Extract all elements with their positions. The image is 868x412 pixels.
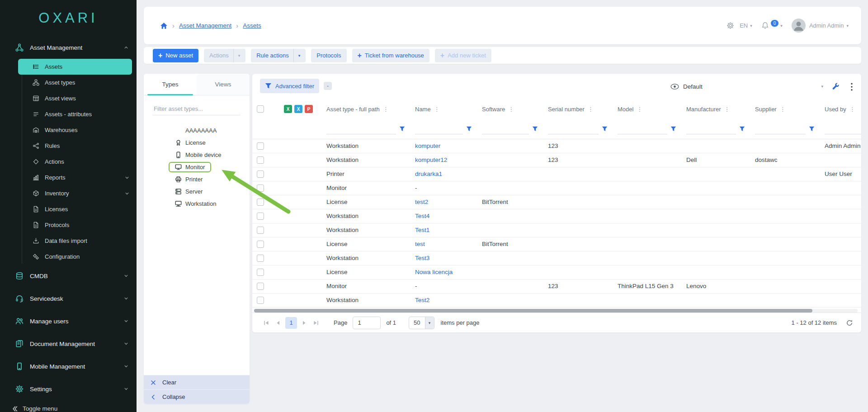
export-pdf-icon[interactable]: P xyxy=(305,105,313,113)
sidebar-item-protocols[interactable]: Protocols xyxy=(18,217,132,233)
asset-name-link[interactable]: Test4 xyxy=(415,213,429,219)
collapse-button[interactable]: Collapse xyxy=(144,389,250,404)
tree-item-printer[interactable]: Printer xyxy=(144,173,250,185)
tab-views[interactable]: Views xyxy=(197,74,250,95)
clear-button[interactable]: Clear xyxy=(144,375,250,389)
current-page-button[interactable]: 1 xyxy=(285,317,297,329)
asset-name-link[interactable]: Nowa licencja xyxy=(415,269,453,275)
settings-gear-icon[interactable] xyxy=(726,22,734,29)
column-menu-icon[interactable]: ⋮ xyxy=(637,106,642,113)
asset-name-link[interactable]: drukarka1 xyxy=(415,170,442,177)
sidebar-item-inventory[interactable]: Inventory xyxy=(18,185,132,201)
sidebar-item-settings[interactable]: Settings xyxy=(0,378,137,400)
page-size-select[interactable]: 50 ▾ xyxy=(409,317,434,329)
notifications-bell[interactable]: 0 ▾ xyxy=(761,22,783,29)
filter-asset-types-input[interactable] xyxy=(153,103,241,115)
sidebar-item-cmdb[interactable]: CMDB xyxy=(0,265,137,287)
filter-input-used-by[interactable] xyxy=(825,123,861,134)
row-checkbox[interactable] xyxy=(257,227,264,234)
column-menu-icon[interactable]: ⋮ xyxy=(588,106,594,113)
row-checkbox[interactable] xyxy=(257,142,264,150)
user-menu[interactable]: Admin Admin ▾ xyxy=(809,22,849,29)
sidebar-item-assets[interactable]: Assets xyxy=(18,59,132,75)
filter-input-software[interactable] xyxy=(482,123,529,134)
export-xlsx-icon[interactable]: X xyxy=(294,105,302,113)
tab-types[interactable]: Types xyxy=(144,74,197,95)
advanced-filter-button[interactable]: Advanced filter xyxy=(260,79,319,93)
row-checkbox[interactable] xyxy=(257,283,264,290)
tree-item-server[interactable]: Server xyxy=(144,185,250,198)
row-checkbox[interactable] xyxy=(257,185,264,192)
row-checkbox[interactable] xyxy=(257,255,264,262)
sidebar-item-manage-users[interactable]: Manage users xyxy=(0,310,137,332)
sidebar-item-asset-types[interactable]: Asset types xyxy=(18,75,132,90)
home-icon[interactable] xyxy=(160,22,168,29)
first-page-button[interactable] xyxy=(260,317,272,329)
sidebar-item-asset-management[interactable]: Asset Management xyxy=(0,36,137,59)
tree-item-monitor[interactable]: Monitor xyxy=(144,161,250,173)
view-selector[interactable]: Default ▾ xyxy=(670,80,823,93)
filter-funnel-icon[interactable] xyxy=(670,126,676,132)
row-checkbox[interactable] xyxy=(257,170,264,178)
asset-name-link[interactable]: Test1 xyxy=(415,227,429,233)
tree-item-aaaaaaaa[interactable]: AAAAAAAA xyxy=(144,124,250,137)
column-menu-icon[interactable]: ⋮ xyxy=(780,106,786,113)
sidebar-item-licenses[interactable]: Licenses xyxy=(18,201,132,217)
filter-input-asset-type-full-path[interactable] xyxy=(326,123,396,134)
sidebar-item-data-files-import[interactable]: Data files import xyxy=(18,233,132,249)
filter-funnel-icon[interactable] xyxy=(399,126,405,132)
row-checkbox[interactable] xyxy=(257,213,264,220)
row-checkbox[interactable] xyxy=(257,297,264,304)
filter-funnel-icon[interactable] xyxy=(602,126,608,132)
new-asset-button[interactable]: +New asset xyxy=(153,49,198,62)
page-number-input[interactable] xyxy=(353,317,381,329)
sidebar-item-assets-attributes[interactable]: Assets - attributes xyxy=(18,106,132,122)
filter-input-model[interactable] xyxy=(618,123,667,134)
refresh-icon[interactable] xyxy=(846,319,853,327)
breadcrumb-assets[interactable]: Assets xyxy=(243,22,261,29)
more-options-icon[interactable] xyxy=(847,82,856,91)
tree-item-mobile-device[interactable]: Mobile device xyxy=(144,149,250,161)
column-menu-icon[interactable]: ⋮ xyxy=(383,106,389,113)
filter-input-name[interactable] xyxy=(415,123,463,134)
asset-name-link[interactable]: Test3 xyxy=(415,255,429,261)
column-menu-icon[interactable]: ⋮ xyxy=(508,106,514,113)
asset-name-link[interactable]: test2 xyxy=(415,199,428,205)
breadcrumb-asset-management[interactable]: Asset Management xyxy=(179,22,231,29)
add-new-ticket-button[interactable]: +Add new ticket xyxy=(435,49,491,62)
language-selector[interactable]: EN ▾ xyxy=(740,22,752,29)
sidebar-item-warehouses[interactable]: Warehouses xyxy=(18,122,132,138)
asset-name-link[interactable]: test xyxy=(415,241,425,247)
asset-name-link[interactable]: komputer xyxy=(415,142,440,149)
avatar[interactable] xyxy=(792,19,806,33)
filter-funnel-icon[interactable] xyxy=(466,126,472,132)
filter-funnel-icon[interactable] xyxy=(739,126,745,132)
prev-page-button[interactable] xyxy=(272,317,284,329)
sidebar-item-configuration[interactable]: Configuration xyxy=(18,249,132,265)
export-excel-icon[interactable]: X xyxy=(284,105,292,113)
sidebar-item-mobile-management[interactable]: Mobile Management xyxy=(0,355,137,378)
sidebar-item-rules[interactable]: Rules xyxy=(18,138,132,154)
toggle-menu-button[interactable]: Toggle menu xyxy=(0,405,137,412)
row-checkbox[interactable] xyxy=(257,156,264,164)
row-checkbox[interactable] xyxy=(257,199,264,206)
sidebar-item-document-management[interactable]: Document Management xyxy=(0,332,137,355)
filter-funnel-icon[interactable] xyxy=(809,126,815,132)
filter-input-manufacturer[interactable] xyxy=(686,123,736,134)
asset-name-link[interactable]: Test2 xyxy=(415,297,429,303)
sidebar-item-reports[interactable]: Reports xyxy=(18,170,132,185)
actions-button[interactable]: Actions▾ xyxy=(204,49,245,62)
filter-input-serial-number[interactable] xyxy=(548,123,599,134)
tree-item-license[interactable]: License xyxy=(144,137,250,149)
rule-actions-button[interactable]: Rule actions▾ xyxy=(251,49,306,62)
protocols-button[interactable]: Protocols xyxy=(311,49,346,62)
next-page-button[interactable] xyxy=(298,317,310,329)
grid-settings-button[interactable] xyxy=(829,80,843,93)
row-checkbox[interactable] xyxy=(257,241,264,248)
sidebar-item-actions[interactable]: Actions xyxy=(18,154,132,170)
column-menu-icon[interactable]: ⋮ xyxy=(849,106,855,113)
ticket-from-warehouse-button[interactable]: +Ticket from warehouse xyxy=(352,49,429,62)
tree-item-workstation[interactable]: Workstation xyxy=(144,198,250,210)
column-menu-icon[interactable]: ⋮ xyxy=(434,106,440,113)
asset-name-link[interactable]: komputer12 xyxy=(415,156,447,163)
